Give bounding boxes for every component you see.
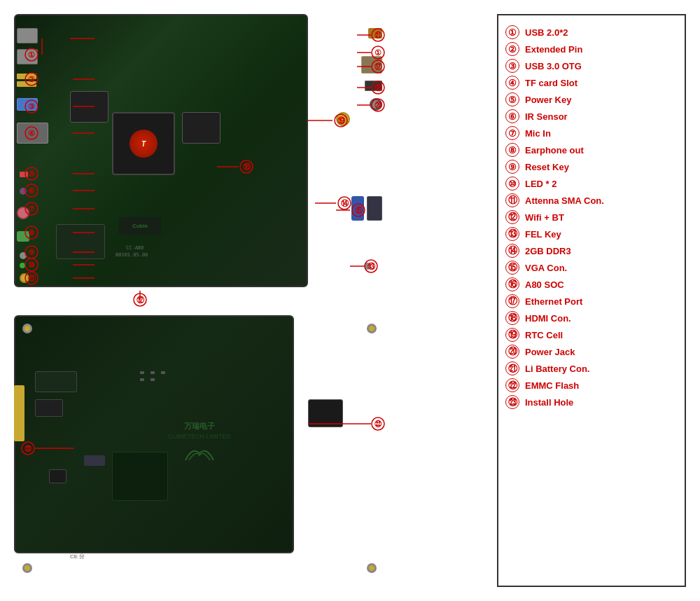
legend-text-6: IR Sensor (525, 111, 568, 122)
legend-num-5: ⑤ (505, 92, 519, 106)
legend-text-10: LED * 2 (525, 179, 557, 189)
legend-num-12: ⑫ (505, 210, 519, 224)
legend-num-10: ⑩ (505, 177, 519, 191)
legend-item-11: ⑪Attenna SMA Con. (505, 192, 678, 209)
legend-num-1: ① (505, 25, 519, 39)
legend-num-15: ⑮ (505, 261, 519, 275)
legend-num-17: ⑰ (505, 294, 519, 308)
legend-num-6: ⑥ (505, 109, 519, 123)
legend-text-22: EMMC Flash (525, 380, 579, 391)
svg-text:㉒: ㉒ (374, 420, 382, 428)
legend-text-15: VGA Con. (525, 263, 567, 273)
legend-item-5: ⑤Power Key (505, 91, 678, 108)
legend-text-9: Reset Key (525, 162, 569, 172)
legend-item-15: ⑮VGA Con. (505, 259, 678, 276)
legend-num-2: ② (505, 42, 519, 56)
svg-point-35 (134, 293, 146, 306)
legend-item-22: ㉒EMMC Flash (505, 377, 678, 394)
board-bottom-view: 万瑞电子 CUBIETECH LIMITED (14, 315, 385, 581)
legend-num-20: ⑳ (505, 345, 519, 359)
legend-text-14: 2GB DDR3 (525, 246, 571, 256)
legend-num-22: ㉒ (505, 378, 519, 392)
svg-point-41 (338, 197, 351, 209)
svg-text:⑫: ⑫ (136, 296, 145, 304)
pcb-bottom-board: 万瑞电子 CUBIETECH LIMITED (14, 315, 294, 553)
legend-text-4: TF card Slot (525, 78, 578, 88)
legend-text-8: Earphone out (525, 145, 584, 156)
legend-item-12: ⑫Wifi + BT (505, 209, 678, 226)
legend-item-6: ⑥IR Sensor (505, 108, 678, 125)
legend-panel: ①USB 2.0*2②Extended Pin③USB 3.0 OTG④TF c… (497, 14, 686, 587)
legend-item-7: ⑦Mic In (505, 125, 678, 141)
legend-item-14: ⑭2GB DDR3 (505, 242, 678, 259)
legend-item-19: ⑲RTC Cell (505, 326, 678, 343)
legend-item-23: ㉓Install Hole (505, 394, 678, 410)
legend-text-12: Wifi + BT (525, 212, 564, 223)
legend-item-9: ⑨Reset Key (505, 158, 678, 175)
legend-item-18: ⑱HDMI Con. (505, 310, 678, 326)
legend-text-23: Install Hole (525, 397, 573, 408)
legend-text-17: Ethernet Port (525, 296, 582, 307)
legend-num-11: ⑪ (505, 193, 519, 207)
legend-text-18: HDMI Con. (525, 313, 571, 324)
legend-num-21: ㉑ (505, 361, 519, 375)
legend-num-9: ⑨ (505, 160, 519, 174)
legend-item-10: ⑩LED * 2 (505, 175, 678, 192)
legend-item-8: ⑧Earphone out (505, 141, 678, 158)
legend-text-2: Extended Pin (525, 44, 582, 55)
legend-item-20: ⑳Power Jack (505, 343, 678, 360)
legend-num-4: ④ (505, 76, 519, 90)
legend-item-13: ⑬FEL Key (505, 226, 678, 242)
board-top-view: T (14, 14, 385, 308)
legend-num-13: ⑬ (505, 227, 519, 241)
legend-num-16: ⑯ (505, 277, 519, 291)
legend-text-3: USB 3.0 OTG (525, 61, 582, 71)
legend-item-2: ②Extended Pin (505, 41, 678, 57)
legend-item-21: ㉑Li Battery Con. (505, 360, 678, 377)
svg-text:⑭: ⑭ (341, 199, 349, 207)
legend-text-19: RTC Cell (525, 330, 563, 340)
legend-text-7: Mic In (525, 128, 551, 139)
legend-num-19: ⑲ (505, 328, 519, 342)
legend-item-3: ③USB 3.0 OTG (505, 57, 678, 74)
legend-item-16: ⑯A80 SOC (505, 276, 678, 293)
legend-num-8: ⑧ (505, 143, 519, 157)
board-section: T (14, 14, 490, 587)
svg-point-68 (372, 417, 384, 430)
legend-item-17: ⑰Ethernet Port (505, 293, 678, 310)
legend-num-3: ③ (505, 59, 519, 73)
legend-num-18: ⑱ (505, 311, 519, 325)
legend-text-20: Power Jack (525, 347, 575, 357)
legend-num-23: ㉓ (505, 395, 519, 409)
legend-num-14: ⑭ (505, 244, 519, 258)
pcb-top-board: T (14, 14, 308, 287)
legend-num-7: ⑦ (505, 126, 519, 140)
legend-text-13: FEL Key (525, 229, 561, 240)
legend-item-1: ①USB 2.0*2 (505, 24, 678, 41)
legend-item-4: ④TF card Slot (505, 74, 678, 91)
legend-text-5: Power Key (525, 95, 571, 105)
legend-text-21: Li Battery Con. (525, 364, 589, 374)
legend-text-16: A80 SOC (525, 279, 564, 290)
legend-text-1: USB 2.0*2 (525, 27, 568, 38)
legend-text-11: Attenna SMA Con. (525, 195, 604, 206)
